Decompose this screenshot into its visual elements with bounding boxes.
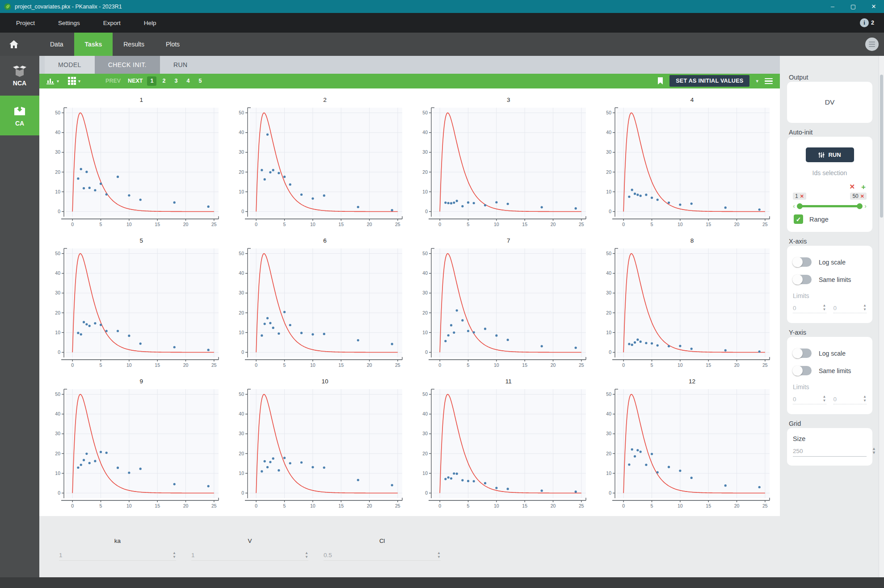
svg-text:5: 5 xyxy=(650,362,653,368)
concentration-time-plot: 010203040500510152025 xyxy=(50,104,225,230)
svg-text:5: 5 xyxy=(467,503,469,508)
svg-text:50: 50 xyxy=(606,110,611,115)
maximize-icon[interactable]: ▢ xyxy=(843,0,863,13)
panel-scrollbar[interactable] xyxy=(879,56,884,577)
plot-title: 7 xyxy=(507,237,510,244)
subtab-model[interactable]: MODEL xyxy=(45,56,95,74)
slider-left-chevron-icon[interactable]: ‹ xyxy=(793,202,795,209)
param-v-input[interactable] xyxy=(191,552,305,559)
menu-settings[interactable]: Settings xyxy=(46,13,92,33)
svg-text:40: 40 xyxy=(55,270,61,276)
param-cl-input[interactable] xyxy=(324,552,437,559)
remove-min-icon[interactable]: ✕ xyxy=(800,193,804,199)
subject-plot[interactable]: 9010203040500510152025 xyxy=(46,375,229,516)
subject-plot[interactable]: 3010203040500510152025 xyxy=(413,94,597,235)
tab-results[interactable]: Results xyxy=(113,33,155,56)
svg-text:5: 5 xyxy=(650,222,653,227)
auto-init-run-button[interactable]: RUN xyxy=(806,147,854,162)
subject-plot[interactable]: 12010203040500510152025 xyxy=(596,375,780,516)
y-axis-section-label: Y-axis xyxy=(789,329,872,336)
y-same-limits-toggle[interactable] xyxy=(793,366,812,375)
svg-text:0: 0 xyxy=(241,490,244,496)
set-as-initial-values-button[interactable]: SET AS INITIAL VALUES xyxy=(669,75,749,87)
svg-text:0: 0 xyxy=(255,362,257,368)
prev-page-button[interactable]: PREV xyxy=(105,78,121,84)
stepper-arrows-icon[interactable]: ▲▼ xyxy=(863,395,867,403)
slider-handle-min[interactable] xyxy=(797,203,803,209)
grid-size-input[interactable] xyxy=(793,448,872,454)
subject-plot[interactable]: 8010203040500510152025 xyxy=(596,235,780,375)
y-limit-max-input[interactable] xyxy=(833,396,863,403)
stepper-arrows-icon[interactable]: ▲▼ xyxy=(872,447,876,454)
svg-text:0: 0 xyxy=(438,222,441,227)
subject-plot[interactable]: 4010203040500510152025 xyxy=(596,94,780,235)
y-log-scale-toggle[interactable] xyxy=(793,349,812,358)
remove-max-icon[interactable]: ✕ xyxy=(860,193,864,199)
set-initial-caret-icon[interactable]: ▾ xyxy=(756,78,758,84)
x-limit-min-input[interactable] xyxy=(793,305,823,311)
subject-plot[interactable]: 11010203040500510152025 xyxy=(413,375,597,516)
stepper-arrows-icon[interactable]: ▲▼ xyxy=(305,551,308,559)
svg-text:20: 20 xyxy=(606,310,611,315)
stepper-arrows-icon[interactable]: ▲▼ xyxy=(823,304,826,311)
close-icon[interactable]: ✕ xyxy=(863,0,884,13)
svg-text:50: 50 xyxy=(55,391,61,397)
x-same-limits-toggle[interactable] xyxy=(793,275,812,284)
page-button-4[interactable]: 4 xyxy=(183,76,193,86)
subject-plot[interactable]: 1010203040500510152025 xyxy=(46,94,229,235)
subtab-run[interactable]: RUN xyxy=(160,56,201,74)
x-limit-max-input[interactable] xyxy=(833,305,863,311)
add-ids-icon[interactable]: + xyxy=(861,183,866,192)
tab-plots[interactable]: Plots xyxy=(155,33,190,56)
sidebar-item-nca[interactable]: NCA xyxy=(0,56,39,96)
bookmark-icon[interactable] xyxy=(657,77,663,84)
subject-plot[interactable]: 6010203040500510152025 xyxy=(229,235,413,375)
subject-plot[interactable]: 7010203040500510152025 xyxy=(413,235,597,375)
hamburger-menu-icon[interactable] xyxy=(765,78,773,84)
svg-text:20: 20 xyxy=(183,503,189,508)
next-page-button[interactable]: NEXT xyxy=(128,78,143,84)
minimize-icon[interactable]: ─ xyxy=(822,0,843,13)
grid-layout-caret-icon[interactable]: ▾ xyxy=(78,79,80,84)
svg-text:10: 10 xyxy=(126,362,132,368)
svg-text:0: 0 xyxy=(58,349,61,355)
stepper-arrows-icon[interactable]: ▲▼ xyxy=(863,304,867,311)
slider-handle-max[interactable] xyxy=(857,203,863,209)
slider-right-chevron-icon[interactable]: › xyxy=(864,202,867,209)
subject-plot[interactable]: 2010203040500510152025 xyxy=(229,94,413,235)
x-log-scale-toggle[interactable] xyxy=(793,257,812,267)
subject-plot[interactable]: 5010203040500510152025 xyxy=(46,235,229,375)
page-button-5[interactable]: 5 xyxy=(195,76,205,86)
grid-layout-icon[interactable] xyxy=(68,77,76,85)
stepper-arrows-icon[interactable]: ▲▼ xyxy=(173,551,176,559)
ids-range-slider[interactable] xyxy=(797,203,863,209)
y-limit-min-input[interactable] xyxy=(793,396,823,403)
menu-help[interactable]: Help xyxy=(132,13,168,33)
page-button-2[interactable]: 2 xyxy=(159,76,168,86)
param-ka-input[interactable] xyxy=(59,552,173,559)
menu-project[interactable]: Project xyxy=(0,13,46,33)
svg-text:0: 0 xyxy=(438,503,441,508)
svg-text:0: 0 xyxy=(609,349,611,355)
menu-export[interactable]: Export xyxy=(92,13,132,33)
page-button-3[interactable]: 3 xyxy=(171,76,181,86)
subtab-check-init[interactable]: CHECK INIT. xyxy=(95,56,160,74)
page-button-1[interactable]: 1 xyxy=(147,76,156,86)
id-max-chip: 50 ✕ xyxy=(850,193,867,200)
message-icon[interactable] xyxy=(865,38,879,51)
svg-text:20: 20 xyxy=(367,503,372,508)
scrollbar-thumb[interactable] xyxy=(880,75,883,218)
clear-ids-icon[interactable]: ✕ xyxy=(849,183,855,192)
home-icon[interactable] xyxy=(9,40,19,49)
range-checkbox[interactable]: ✓ xyxy=(794,214,803,224)
chart-type-caret-icon[interactable]: ▾ xyxy=(57,79,59,84)
param-label: V xyxy=(191,538,308,544)
tab-data[interactable]: Data xyxy=(39,33,74,56)
chart-type-icon[interactable] xyxy=(46,78,55,84)
subject-plot[interactable]: 10010203040500510152025 xyxy=(229,375,413,516)
sidebar-item-ca[interactable]: CA xyxy=(0,96,39,135)
tab-tasks[interactable]: Tasks xyxy=(74,33,113,56)
info-icon[interactable]: i xyxy=(860,18,869,27)
stepper-arrows-icon[interactable]: ▲▼ xyxy=(437,551,441,559)
stepper-arrows-icon[interactable]: ▲▼ xyxy=(823,395,826,403)
